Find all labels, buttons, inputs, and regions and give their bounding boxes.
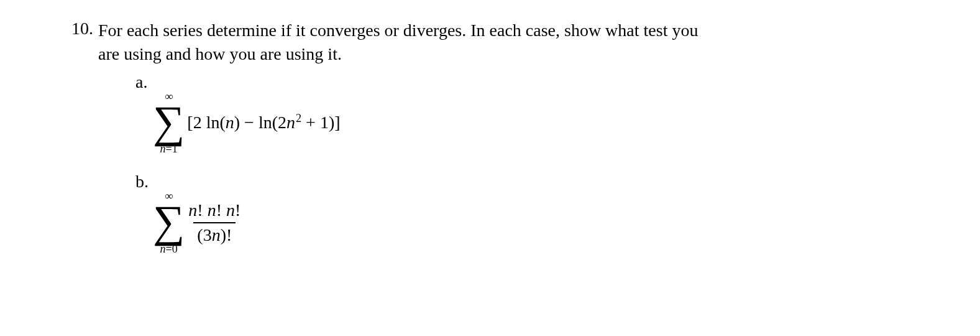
num-bang2: ! [216,200,226,220]
sum-lower-var-b: n [160,243,166,255]
expr-arg2-open-a: (2 [272,113,286,132]
sigma-column-a: ∞ ∑ n=1 [153,91,185,155]
expr-fn2-a: ln [259,113,272,132]
expr-arg1-close-a: ) [234,113,240,132]
expr-arg2-sup-a: 2 [296,112,301,124]
part-b: b. ∞ ∑ n=0 n! n! n! (3n)! [135,172,918,254]
problem-number: 10. [62,19,93,39]
summation-a: ∞ ∑ n=1 [2 ln(n) − ln(2n2 + 1)] [153,91,341,155]
text-line-2: are using and how you are using it. [98,44,342,63]
expr-op-a: − [240,113,259,132]
expr-arg1-var-a: n [226,113,234,132]
den-var: n [212,225,221,245]
part-a: a. ∞ ∑ n=1 [2 ln(n) − ln(2n2 + 1)] [135,72,918,155]
problem-text: For each series determine if it converge… [98,19,918,66]
sum-lower-eq-b: =0 [166,243,178,255]
sigma-icon: ∑ [153,102,185,142]
expr-open-a: [2 [187,113,201,132]
expr-close-a: ] [334,113,340,132]
sum-lower-eq-a: =1 [166,142,178,155]
den-open: (3 [197,225,211,245]
num-n3: n [226,200,235,220]
summand-a: [2 ln(n) − ln(2n2 + 1)] [187,113,340,133]
part-b-expression: ∞ ∑ n=0 n! n! n! (3n)! [153,190,244,254]
expr-arg2-rest-a: + 1) [301,113,334,132]
part-a-label: a. [135,72,153,92]
sigma-icon: ∑ [153,202,185,242]
summation-b: ∞ ∑ n=0 n! n! n! (3n)! [153,190,244,254]
sigma-column-b: ∞ ∑ n=0 [153,190,185,254]
num-bang3: ! [235,200,240,220]
sum-lower-a: n=1 [160,143,178,154]
expr-fn1-a: ln [202,113,220,132]
document-page: 10. For each series determine if it conv… [0,0,980,254]
num-bang1: ! [197,200,207,220]
fraction-denominator-b: (3n)! [193,222,236,246]
problem-body: For each series determine if it converge… [98,19,918,254]
num-n2: n [208,200,216,220]
fraction-numerator-b: n! n! n! [185,200,244,222]
sum-lower-var-a: n [160,142,166,155]
problem-block: 10. For each series determine if it conv… [62,19,918,254]
text-line-1: For each series determine if it converge… [98,21,698,40]
expr-arg1-open-a: ( [219,113,225,132]
part-b-label: b. [135,172,153,192]
fraction-b: n! n! n! (3n)! [185,200,244,245]
den-close: )! [221,225,232,245]
part-a-expression: ∞ ∑ n=1 [2 ln(n) − ln(2n2 + 1)] [153,91,341,155]
sum-lower-b: n=0 [160,243,178,254]
expr-arg2-var-a: n [286,113,295,132]
num-n1: n [188,200,197,220]
